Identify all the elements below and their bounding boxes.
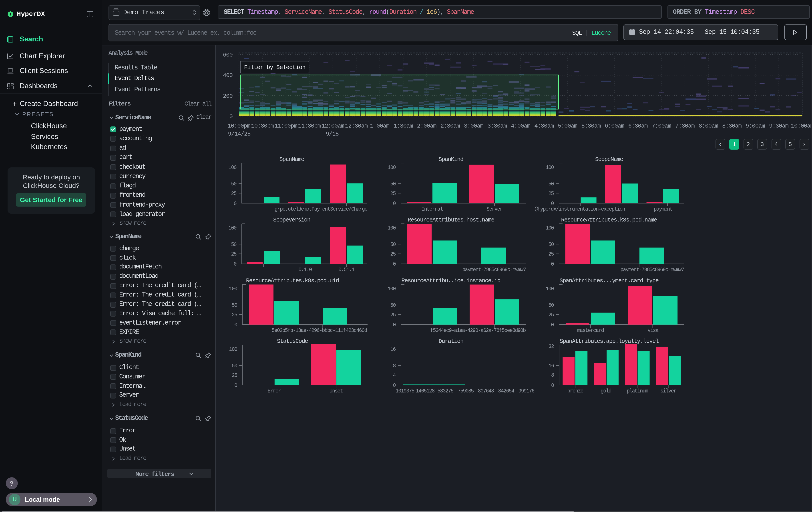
svg-text:10:30pm: 10:30pm bbox=[251, 123, 274, 129]
svg-text:50: 50 bbox=[231, 242, 237, 247]
svg-text:0: 0 bbox=[234, 383, 237, 388]
svg-text:StatusCode: StatusCode bbox=[277, 338, 308, 345]
svg-text:4: 4 bbox=[393, 373, 396, 378]
svg-text:bronze: bronze bbox=[567, 388, 583, 394]
svg-text:999176: 999176 bbox=[518, 388, 534, 394]
svg-text:10:00am: 10:00am bbox=[791, 123, 812, 129]
svg-text:100: 100 bbox=[229, 286, 237, 292]
svg-text:@hyperdx/instrumentation-excep: @hyperdx/instrumentation-exception bbox=[535, 206, 625, 212]
svg-text:50: 50 bbox=[231, 181, 237, 187]
svg-text:0: 0 bbox=[551, 261, 554, 267]
svg-text:100: 100 bbox=[546, 225, 554, 231]
svg-text:0: 0 bbox=[234, 322, 237, 328]
svg-text:1:30am: 1:30am bbox=[394, 123, 413, 129]
svg-text:50: 50 bbox=[548, 181, 554, 187]
svg-text:Internal: Internal bbox=[421, 206, 443, 212]
svg-text:100: 100 bbox=[229, 347, 237, 352]
svg-text:9/14/25: 9/14/25 bbox=[228, 131, 251, 137]
svg-text:100: 100 bbox=[387, 165, 396, 170]
svg-text:100: 100 bbox=[387, 225, 396, 231]
svg-text:100: 100 bbox=[228, 225, 237, 231]
svg-text:ResourceAttributes.k8s.pod.nam: ResourceAttributes.k8s.pod.name bbox=[561, 217, 657, 223]
svg-text:4:30am: 4:30am bbox=[534, 123, 554, 129]
svg-text:Duration: Duration bbox=[438, 338, 463, 345]
svg-text:16: 16 bbox=[390, 347, 396, 352]
svg-text:0: 0 bbox=[234, 201, 237, 207]
svg-text:11:30pm: 11:30pm bbox=[298, 123, 321, 129]
svg-text:payment-7985c8969c-mwmw7: payment-7985c8969c-mwmw7 bbox=[620, 267, 684, 273]
svg-text:platinum: platinum bbox=[627, 388, 648, 394]
svg-text:9:00am: 9:00am bbox=[746, 123, 765, 129]
svg-text:6:30am: 6:30am bbox=[628, 123, 648, 129]
svg-text:8:00am: 8:00am bbox=[699, 123, 718, 129]
svg-text:5e02b5fb-13ae-4296-bbbc-111f42: 5e02b5fb-13ae-4296-bbbc-111f423c460d bbox=[272, 328, 367, 333]
svg-text:0: 0 bbox=[393, 261, 396, 267]
svg-text:7:30am: 7:30am bbox=[675, 123, 695, 129]
svg-text:25: 25 bbox=[232, 373, 237, 378]
svg-text:32: 32 bbox=[549, 344, 554, 350]
svg-text:16: 16 bbox=[549, 363, 554, 369]
svg-text:0.51.1: 0.51.1 bbox=[339, 267, 355, 273]
svg-text:583275: 583275 bbox=[437, 388, 454, 394]
svg-text:807648: 807648 bbox=[478, 388, 494, 394]
svg-text:100: 100 bbox=[228, 165, 237, 170]
svg-text:400: 400 bbox=[223, 72, 233, 79]
svg-text:25: 25 bbox=[390, 312, 396, 318]
svg-text:7:00am: 7:00am bbox=[652, 123, 671, 129]
svg-text:50: 50 bbox=[390, 181, 396, 187]
svg-text:ScopeVersion: ScopeVersion bbox=[273, 217, 310, 223]
svg-text:25: 25 bbox=[548, 191, 554, 196]
svg-text:759085: 759085 bbox=[458, 388, 474, 394]
svg-text:50: 50 bbox=[548, 302, 554, 308]
svg-text:0: 0 bbox=[551, 201, 554, 207]
svg-text:1:00am: 1:00am bbox=[370, 123, 389, 129]
svg-text:25: 25 bbox=[390, 191, 396, 196]
svg-text:0: 0 bbox=[393, 322, 396, 328]
svg-text:25: 25 bbox=[390, 251, 396, 257]
svg-text:8: 8 bbox=[551, 372, 554, 378]
svg-text:0: 0 bbox=[551, 322, 554, 328]
svg-text:SpanName: SpanName bbox=[279, 156, 304, 163]
svg-text:0: 0 bbox=[229, 113, 233, 120]
svg-text:9:30am: 9:30am bbox=[769, 123, 789, 129]
svg-text:842654: 842654 bbox=[498, 388, 514, 394]
svg-text:Filter by Selection: Filter by Selection bbox=[244, 64, 306, 71]
svg-text:silver: silver bbox=[660, 388, 676, 394]
svg-text:0: 0 bbox=[234, 261, 237, 267]
svg-text:600: 600 bbox=[223, 52, 233, 58]
svg-text:9/15: 9/15 bbox=[326, 131, 339, 137]
svg-text:50: 50 bbox=[232, 302, 237, 308]
svg-text:25: 25 bbox=[231, 191, 237, 196]
svg-text:ResourceAttributes.host.name: ResourceAttributes.host.name bbox=[408, 217, 494, 223]
svg-text:100: 100 bbox=[546, 165, 554, 170]
svg-text:8: 8 bbox=[393, 363, 396, 369]
svg-text:ScopeName: ScopeName bbox=[595, 156, 623, 163]
svg-text:SpanKind: SpanKind bbox=[438, 156, 463, 163]
svg-text:visa: visa bbox=[648, 328, 659, 333]
svg-text:12:30am: 12:30am bbox=[345, 123, 368, 129]
svg-text:25: 25 bbox=[232, 312, 237, 318]
svg-text:payment-7985c8969c-mwmw7: payment-7985c8969c-mwmw7 bbox=[462, 267, 526, 273]
svg-text:25: 25 bbox=[231, 251, 237, 257]
svg-text:Server: Server bbox=[487, 206, 502, 212]
svg-text:5:30am: 5:30am bbox=[581, 123, 601, 129]
svg-text:1405128: 1405128 bbox=[416, 388, 434, 394]
svg-text:3:00am: 3:00am bbox=[464, 123, 484, 129]
svg-text:12:00am: 12:00am bbox=[321, 123, 344, 129]
svg-text:50: 50 bbox=[548, 242, 554, 247]
svg-text:10:00pm: 10:00pm bbox=[228, 123, 250, 129]
svg-text:ResourceAttributes.k8s.pod.uid: ResourceAttributes.k8s.pod.uid bbox=[246, 277, 339, 284]
svg-text:0: 0 bbox=[393, 201, 396, 207]
svg-text:3:30am: 3:30am bbox=[487, 123, 507, 129]
svg-text:0.1.0: 0.1.0 bbox=[298, 267, 312, 273]
svg-text:gold: gold bbox=[601, 388, 611, 394]
svg-text:mastercard: mastercard bbox=[577, 328, 604, 333]
svg-text:0: 0 bbox=[551, 383, 554, 388]
svg-text:50: 50 bbox=[390, 302, 396, 308]
svg-text:2:30am: 2:30am bbox=[440, 123, 460, 129]
svg-text:200: 200 bbox=[223, 93, 233, 100]
svg-text:25: 25 bbox=[548, 312, 554, 318]
svg-text:0: 0 bbox=[393, 383, 396, 388]
svg-text:50: 50 bbox=[232, 363, 237, 369]
svg-text:5:00am: 5:00am bbox=[558, 123, 577, 129]
